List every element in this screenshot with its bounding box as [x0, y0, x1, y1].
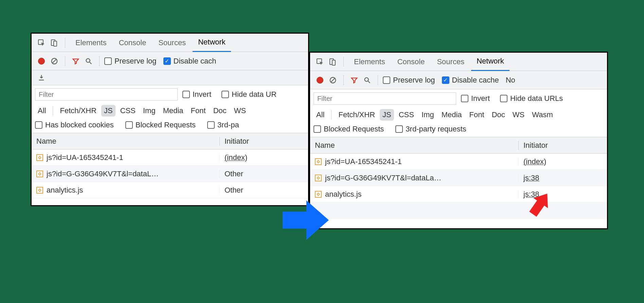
tab-elements[interactable]: Elements	[70, 34, 112, 52]
type-doc[interactable]: Doc	[211, 105, 229, 117]
search-icon[interactable]	[361, 74, 373, 86]
svg-line-6	[90, 62, 92, 64]
hide-data-urls-option[interactable]: Hide data URLs	[500, 94, 563, 103]
devtools-panel-before: Elements Console Sources Network Preserv…	[31, 33, 309, 206]
device-toggle-icon[interactable]	[327, 56, 339, 68]
svg-rect-13	[332, 60, 335, 65]
tab-console[interactable]: Console	[113, 34, 152, 52]
resource-type-filters: All Fetch/XHR JS CSS Img Media Font Doc …	[32, 104, 308, 119]
initiator-link[interactable]: (index)	[523, 157, 546, 166]
request-name: analytics.js	[325, 190, 362, 199]
request-table-header: Name Initiator	[310, 137, 607, 154]
third-party-option[interactable]: 3rd-party requests	[395, 125, 466, 133]
type-all[interactable]: All	[35, 105, 49, 117]
inspect-element-icon[interactable]	[36, 37, 47, 49]
tab-elements[interactable]: Elements	[348, 53, 391, 71]
inspect-element-icon[interactable]	[314, 56, 326, 68]
table-row[interactable]: js?id=G-G36G49KV7T&l=dataLa… js:38	[310, 170, 607, 186]
filter-input[interactable]	[35, 88, 178, 101]
separator	[343, 57, 344, 67]
separator	[99, 56, 100, 66]
table-row-empty	[310, 202, 607, 219]
separator	[343, 75, 344, 85]
disable-cache-option[interactable]: ✓Disable cache	[442, 76, 499, 85]
svg-rect-7	[39, 79, 44, 80]
separator	[378, 75, 378, 85]
blocked-requests-option[interactable]: Blocked Requests	[314, 125, 384, 133]
record-button[interactable]	[314, 74, 326, 86]
column-initiator[interactable]: Initiator	[220, 137, 308, 146]
type-media[interactable]: Media	[160, 105, 186, 117]
record-button[interactable]	[36, 55, 47, 67]
svg-point-16	[365, 77, 369, 81]
type-font[interactable]: Font	[188, 105, 209, 117]
type-fetch[interactable]: Fetch/XHR	[57, 105, 99, 117]
main-tabs-toolbar: Elements Console Sources Network	[310, 53, 607, 71]
type-img[interactable]: Img	[419, 109, 437, 121]
has-blocked-cookies-option[interactable]: Has blocked cookies	[35, 121, 114, 129]
svg-point-5	[86, 58, 90, 62]
svg-rect-20	[315, 191, 321, 197]
svg-rect-2	[54, 41, 57, 46]
type-css[interactable]: CSS	[118, 105, 138, 117]
network-toolbar: Preserve log ✓Disable cache No	[310, 71, 607, 89]
request-name: js?id=G-G36G49KV7T&l=dataLa…	[325, 174, 441, 182]
clear-icon[interactable]	[49, 55, 60, 67]
column-name[interactable]: Name	[310, 141, 519, 150]
request-name: js?id=UA-165345241-1	[325, 157, 402, 166]
type-img[interactable]: Img	[140, 105, 158, 117]
disable-cache-option[interactable]: ✓Disable cach	[163, 57, 216, 66]
filter-toggle-icon[interactable]	[70, 55, 82, 67]
invert-option[interactable]: Invert	[182, 90, 211, 99]
tab-network[interactable]: Network	[193, 34, 231, 52]
table-row[interactable]: analytics.js Other	[32, 182, 308, 198]
resource-type-filters: All Fetch/XHR JS CSS Img Media Font Doc …	[310, 108, 607, 123]
preserve-log-option[interactable]: Preserve log	[383, 76, 435, 85]
table-row[interactable]: js?id=UA-165345241-1 (index)	[310, 154, 607, 170]
svg-rect-10	[37, 187, 43, 193]
type-js[interactable]: JS	[380, 109, 394, 121]
third-party-option[interactable]: 3rd-pa	[207, 121, 239, 129]
download-row	[32, 70, 308, 85]
invert-option[interactable]: Invert	[461, 94, 490, 103]
filter-toggle-icon[interactable]	[348, 74, 360, 86]
extra-filters-row: Blocked Requests 3rd-party requests	[310, 123, 607, 137]
type-ws[interactable]: WS	[231, 105, 249, 117]
filter-controls-row: Invert Hide data UR	[32, 85, 308, 104]
filter-input[interactable]	[314, 92, 456, 105]
type-media[interactable]: Media	[439, 109, 465, 121]
search-icon[interactable]	[83, 55, 94, 67]
type-js[interactable]: JS	[101, 105, 115, 117]
tab-sources[interactable]: Sources	[153, 34, 191, 52]
table-row[interactable]: js?id=G-G36G49KV7T&l=dataL… Other	[32, 166, 308, 182]
svg-rect-19	[315, 175, 321, 181]
svg-line-4	[53, 59, 56, 63]
type-ws[interactable]: WS	[510, 109, 527, 121]
tab-console[interactable]: Console	[392, 53, 430, 71]
column-initiator[interactable]: Initiator	[519, 141, 607, 150]
initiator-text: Other	[225, 170, 243, 178]
initiator-link[interactable]: (index)	[225, 153, 247, 162]
tab-sources[interactable]: Sources	[431, 53, 470, 71]
device-toggle-icon[interactable]	[49, 37, 60, 49]
filter-controls-row: Invert Hide data URLs	[310, 89, 607, 108]
column-name[interactable]: Name	[32, 137, 220, 146]
clear-icon[interactable]	[327, 74, 339, 86]
separator	[65, 56, 65, 66]
type-fetch[interactable]: Fetch/XHR	[336, 109, 378, 121]
initiator-link[interactable]: js:38	[523, 174, 539, 182]
preserve-log-option[interactable]: Preserve log	[104, 57, 157, 66]
type-css[interactable]: CSS	[396, 109, 417, 121]
type-all[interactable]: All	[314, 109, 327, 121]
type-doc[interactable]: Doc	[489, 109, 508, 121]
blocked-requests-option[interactable]: Blocked Requests	[125, 121, 196, 129]
tab-network[interactable]: Network	[471, 53, 509, 71]
table-row[interactable]: js?id=UA-165345241-1 (index)	[32, 149, 308, 166]
download-icon[interactable]	[36, 72, 47, 84]
request-name: js?id=G-G36G49KV7T&l=dataL…	[47, 170, 159, 178]
table-row[interactable]: analytics.js js:38	[310, 186, 607, 202]
type-font[interactable]: Font	[467, 109, 487, 121]
hide-data-urls-option[interactable]: Hide data UR	[221, 90, 276, 99]
devtools-panel-after: Elements Console Sources Network Preserv…	[309, 52, 608, 229]
type-wasm[interactable]: Wasm	[529, 109, 556, 121]
